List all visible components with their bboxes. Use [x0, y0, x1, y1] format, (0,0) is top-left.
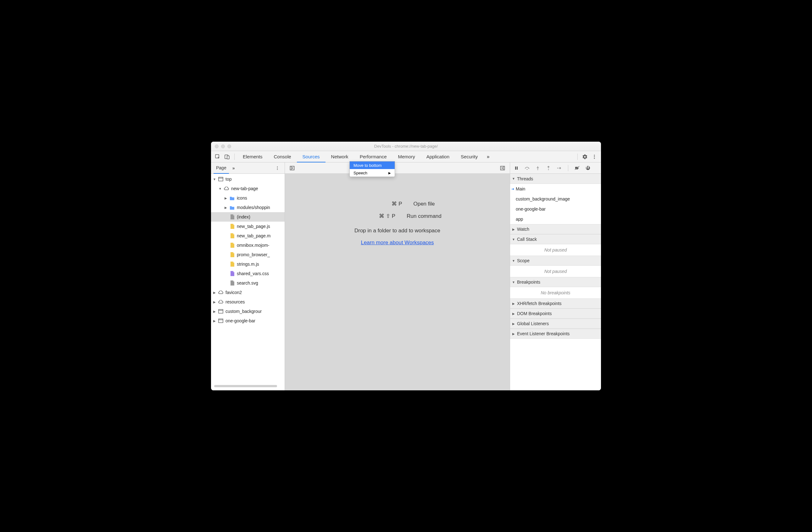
- tree-item[interactable]: ▼new-tab-page: [211, 184, 285, 193]
- step-icon[interactable]: [555, 163, 564, 173]
- svg-point-7: [277, 167, 278, 168]
- section-label: Scope: [517, 258, 530, 263]
- editor-toolbar: [285, 163, 510, 174]
- menu-speech[interactable]: Speech ▶: [350, 169, 395, 177]
- section-global-listeners[interactable]: ▶Global Listeners: [510, 319, 601, 328]
- tree-item[interactable]: strings.m.js: [211, 260, 285, 269]
- close-icon[interactable]: [215, 144, 219, 148]
- svg-point-8: [277, 169, 278, 170]
- tree-item-label: new_tab_page.js: [237, 224, 270, 229]
- tree-item-label: favicon2: [226, 290, 242, 295]
- tab-application[interactable]: Application: [421, 151, 455, 163]
- section-label: XHR/fetch Breakpoints: [517, 301, 562, 306]
- section-event-listener-breakpoints[interactable]: ▶Event Listener Breakpoints: [510, 328, 601, 339]
- tab-security[interactable]: Security: [455, 151, 483, 163]
- scrollbar[interactable]: [214, 385, 277, 387]
- step-out-icon[interactable]: [544, 163, 553, 173]
- tree-item[interactable]: ▶favicon2: [211, 288, 285, 297]
- section-breakpoints[interactable]: ▼Breakpoints: [510, 277, 601, 287]
- tree-item[interactable]: ▶one-google-bar: [211, 316, 285, 325]
- debugger-panel: ▼Threads➔Maincustom_background_imageone-…: [510, 163, 601, 390]
- editor-empty-state: ⌘ P Open file ⌘ ⇧ P Run command Drop in …: [285, 174, 510, 390]
- tab-memory[interactable]: Memory: [392, 151, 421, 163]
- kebab-icon[interactable]: [590, 152, 599, 162]
- section-dom-breakpoints[interactable]: ▶DOM Breakpoints: [510, 308, 601, 319]
- left-panel: Page » ▼top▼new-tab-page▶icons▶modules/s…: [211, 163, 285, 390]
- disclosure-arrow-icon: ▶: [512, 302, 515, 305]
- tree-item[interactable]: ▶icons: [211, 193, 285, 203]
- section-label: Call Stack: [517, 237, 537, 242]
- section-call-stack[interactable]: ▼Call Stack: [510, 234, 601, 244]
- thread-label: custom_background_image: [516, 196, 570, 201]
- step-over-icon[interactable]: [523, 163, 532, 173]
- deactivate-breakpoints-icon[interactable]: [573, 163, 581, 173]
- debugger-sections: ▼Threads➔Maincustom_background_imageone-…: [510, 174, 601, 339]
- tree-item[interactable]: ▶modules/shoppin: [211, 203, 285, 212]
- more-tabs-icon[interactable]: »: [483, 152, 493, 162]
- disclosure-arrow-icon: ▶: [213, 319, 216, 323]
- thread-row[interactable]: custom_background_image: [510, 194, 601, 204]
- thread-row[interactable]: one-google-bar: [510, 204, 601, 214]
- zoom-icon[interactable]: [227, 144, 231, 148]
- subtab-page[interactable]: Page: [214, 163, 229, 174]
- menu-move-to-bottom[interactable]: Move to bottom: [350, 162, 395, 169]
- section-watch[interactable]: ▶Watch: [510, 224, 601, 234]
- disclosure-arrow-icon: ▼: [512, 238, 515, 241]
- tree-item[interactable]: promo_browser_: [211, 250, 285, 260]
- context-menu: Move to bottom Speech ▶: [349, 161, 395, 177]
- tree-item-label: icons: [237, 195, 247, 200]
- tab-elements[interactable]: Elements: [237, 151, 268, 163]
- svg-rect-11: [219, 309, 223, 313]
- tree-item[interactable]: search.svg: [211, 278, 285, 288]
- tree-item[interactable]: new_tab_page.js: [211, 222, 285, 231]
- tree-item[interactable]: ▼top: [211, 174, 285, 184]
- main-tabs: Elements Console Sources Network Perform…: [211, 151, 601, 163]
- thread-label: app: [516, 216, 523, 222]
- inspect-icon[interactable]: [213, 152, 222, 162]
- thread-row[interactable]: ➔Main: [510, 184, 601, 194]
- section-xhr-fetch-breakpoints[interactable]: ▶XHR/fetch Breakpoints: [510, 298, 601, 308]
- tree-item[interactable]: ▶resources: [211, 297, 285, 307]
- tree-item[interactable]: ▶custom_backgrour: [211, 307, 285, 316]
- svg-rect-29: [588, 166, 589, 169]
- tab-console[interactable]: Console: [268, 151, 297, 163]
- tree-item[interactable]: (index): [211, 212, 285, 222]
- thread-row[interactable]: app: [510, 214, 601, 224]
- doc-grey-icon: [229, 214, 235, 220]
- disclosure-arrow-icon: ▼: [512, 259, 515, 263]
- pause-exceptions-icon[interactable]: [583, 163, 592, 173]
- device-toggle-icon[interactable]: [222, 152, 232, 162]
- tree-item[interactable]: shared_vars.css: [211, 269, 285, 278]
- collapse-debugger-icon[interactable]: [498, 163, 507, 173]
- gear-icon[interactable]: [580, 152, 590, 162]
- tree-item-label: search.svg: [237, 280, 258, 285]
- svg-point-23: [548, 169, 549, 170]
- disclosure-arrow-icon: ▼: [213, 178, 216, 181]
- tab-network[interactable]: Network: [325, 151, 354, 163]
- shortcut-open-file: ⌘ P Open file: [360, 200, 435, 207]
- svg-point-21: [527, 169, 528, 170]
- section-scope[interactable]: ▼Scope: [510, 256, 601, 266]
- tree-item[interactable]: new_tab_page.m: [211, 231, 285, 240]
- minimize-icon[interactable]: [221, 144, 225, 148]
- section-label: DOM Breakpoints: [517, 311, 552, 316]
- tree-item[interactable]: omnibox.mojom-: [211, 240, 285, 250]
- workspaces-link[interactable]: Learn more about Workspaces: [361, 240, 434, 246]
- more-subtabs-icon[interactable]: »: [229, 163, 238, 173]
- collapse-navigator-icon[interactable]: [287, 163, 297, 173]
- step-into-icon[interactable]: [533, 163, 542, 173]
- pause-icon[interactable]: [512, 163, 521, 173]
- tab-sources[interactable]: Sources: [297, 151, 325, 163]
- disclosure-arrow-icon: ▶: [512, 228, 515, 231]
- disclosure-arrow-icon: ▶: [213, 291, 216, 294]
- disclosure-arrow-icon: ▶: [224, 196, 227, 200]
- disclosure-arrow-icon: ▶: [512, 322, 515, 325]
- doc-yellow-icon: [229, 233, 235, 239]
- disclosure-arrow-icon: ▶: [213, 310, 216, 313]
- section-threads[interactable]: ▼Threads: [510, 174, 601, 184]
- tree-item-label: strings.m.js: [237, 262, 259, 267]
- navigator-kebab-icon[interactable]: [273, 163, 282, 173]
- active-arrow-icon: ➔: [511, 187, 514, 191]
- submenu-arrow-icon: ▶: [388, 171, 391, 175]
- tab-performance[interactable]: Performance: [354, 151, 392, 163]
